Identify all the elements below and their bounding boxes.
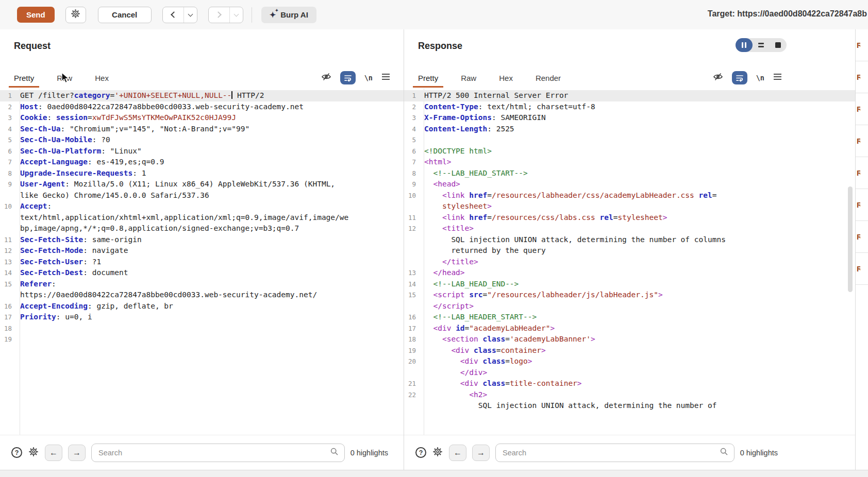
tab-pretty[interactable]: Pretty	[9, 66, 39, 89]
help-icon[interactable]: ?	[415, 447, 426, 458]
code-line[interactable]: 21 <div class=title-container>	[404, 378, 855, 389]
inspector-section[interactable]: R	[856, 61, 868, 93]
code-line[interactable]: 19	[0, 334, 404, 345]
code-line[interactable]: https://0aed00d80422ca72847a8bbe00cd0033…	[0, 289, 404, 301]
code-line[interactable]: 19 <div class=container>	[404, 345, 855, 356]
inspector-section[interactable]: R	[856, 93, 868, 125]
code-line[interactable]: </script>	[404, 301, 855, 312]
gear-icon[interactable]	[432, 446, 443, 459]
next-match-button[interactable]: →	[68, 445, 86, 461]
request-editor[interactable]: 1GET /filter?category='+UNION+SELECT+NUL…	[0, 89, 404, 435]
hidden-chars-icon[interactable]	[321, 72, 331, 84]
code-line[interactable]: 12 <title>	[404, 223, 855, 234]
code-line[interactable]: 8 <!--LAB_HEAD_START-->	[404, 168, 855, 179]
next-match-button[interactable]: →	[472, 445, 490, 461]
inspector-section[interactable]: R	[856, 29, 868, 61]
code-line[interactable]: 1HTTP/2 500 Internal Server Error	[404, 90, 855, 101]
code-line[interactable]: 8Upgrade-Insecure-Requests: 1	[0, 168, 404, 179]
code-line[interactable]: 3X-Frame-Options: SAMEORIGIN	[404, 112, 855, 124]
code-line[interactable]: 6<!DOCTYPE html>	[404, 146, 855, 157]
code-line[interactable]: 5Sec-Ch-Ua-Mobile: ?0	[0, 134, 404, 146]
code-line[interactable]: 9User-Agent: Mozilla/5.0 (X11; Linux x86…	[0, 179, 404, 190]
top-toolbar: Send Cancel ✦✦ Burp AI Target: https://0…	[0, 0, 868, 29]
code-line[interactable]: 10Accept:	[0, 201, 404, 212]
code-line[interactable]: 6Sec-Ch-Ua-Platform: "Linux"	[0, 146, 404, 157]
code-line[interactable]: stylesheet>	[404, 201, 855, 212]
tab-hex[interactable]: Hex	[494, 66, 518, 89]
rows-layout-button[interactable]	[753, 38, 770, 52]
code-line[interactable]: 13Sec-Fetch-User: ?1	[0, 257, 404, 268]
code-line[interactable]: SQL injection UNION attack, determining …	[404, 400, 855, 412]
code-line[interactable]: 5	[404, 134, 855, 146]
code-line[interactable]: 14Sec-Fetch-Dest: document	[0, 267, 404, 279]
back-button[interactable]	[163, 7, 183, 23]
code-line[interactable]: 15 <script src="/resources/labheader/js/…	[404, 289, 855, 301]
code-line[interactable]: </div>	[404, 367, 855, 379]
forward-history-dropdown[interactable]	[229, 7, 243, 23]
tab-pretty[interactable]: Pretty	[413, 66, 443, 89]
tab-hex[interactable]: Hex	[90, 66, 114, 89]
code-line[interactable]: 10 <link href=/resources/labheader/css/a…	[404, 190, 855, 201]
inspector-section[interactable]: R	[856, 221, 868, 253]
tab-render[interactable]: Render	[530, 66, 566, 89]
code-line[interactable]: 17Priority: u=0, i	[0, 312, 404, 323]
word-wrap-toggle[interactable]	[340, 71, 356, 84]
inspector-section[interactable]: R	[856, 157, 868, 189]
response-editor[interactable]: 1HTTP/2 500 Internal Server Error2Conten…	[404, 89, 855, 435]
code-line[interactable]: text/html,application/xhtml+xml,applicat…	[0, 212, 404, 224]
code-line[interactable]: 17 <div id="academyLabHeader">	[404, 323, 855, 334]
code-line[interactable]: 9 <head>	[404, 179, 855, 190]
code-line[interactable]: 22 <h2>	[404, 389, 855, 401]
send-settings-button[interactable]	[65, 7, 86, 23]
search-input[interactable]	[98, 449, 330, 457]
hidden-chars-icon[interactable]	[713, 72, 723, 84]
newline-icon[interactable]: \n	[364, 74, 373, 82]
burp-ai-button[interactable]: ✦✦ Burp AI	[261, 7, 316, 23]
menu-icon[interactable]	[773, 73, 782, 82]
code-line[interactable]: 13 </head>	[404, 267, 855, 279]
back-history-dropdown[interactable]	[183, 7, 197, 23]
prev-match-button[interactable]: ←	[449, 445, 466, 461]
search-input[interactable]	[503, 449, 720, 457]
code-line[interactable]: 16Accept-Encoding: gzip, deflate, br	[0, 301, 404, 312]
inspector-section[interactable]: R	[856, 125, 868, 157]
code-line[interactable]: 18 <section class='academyLabBanner'>	[404, 334, 855, 345]
forward-button[interactable]	[209, 7, 229, 23]
newline-icon[interactable]: \n	[756, 74, 764, 82]
line-number: 9	[0, 180, 16, 188]
inspector-section[interactable]: R	[856, 253, 868, 285]
code-line[interactable]: 4Content-Length: 2525	[404, 124, 855, 135]
cancel-button[interactable]: Cancel	[98, 7, 152, 23]
code-line[interactable]: 3Cookie: session=xwTdFJwS5MsYTKMeOwPAIK5…	[0, 112, 404, 124]
code-line[interactable]: 7Accept-Language: es-419,es;q=0.9	[0, 157, 404, 168]
code-line[interactable]: 11Sec-Fetch-Site: same-origin	[0, 234, 404, 246]
code-line[interactable]: 1GET /filter?category='+UNION+SELECT+NUL…	[0, 90, 404, 101]
send-button[interactable]: Send	[17, 7, 55, 23]
code-line[interactable]: 7<html>	[404, 157, 855, 168]
code-line[interactable]: 15Referer:	[0, 279, 404, 290]
code-line[interactable]: 16 <!--LAB_HEADER_START-->	[404, 312, 855, 323]
prev-match-button[interactable]: ←	[45, 445, 62, 461]
inspector-section-label: R	[856, 264, 860, 273]
single-layout-button[interactable]	[770, 38, 787, 52]
code-line[interactable]: 2Host: 0aed00d80422ca72847a8bbe00cd0033.…	[0, 101, 404, 113]
word-wrap-toggle[interactable]	[732, 71, 747, 84]
code-line[interactable]: 12Sec-Fetch-Mode: navigate	[0, 245, 404, 257]
menu-icon[interactable]	[381, 73, 390, 82]
code-line[interactable]: 2Content-Type: text/html; charset=utf-8	[404, 101, 855, 113]
code-line[interactable]: </title>	[404, 257, 855, 268]
gear-icon[interactable]	[28, 446, 39, 459]
code-line[interactable]: returned by the query	[404, 245, 855, 257]
inspector-section[interactable]: R	[856, 189, 868, 221]
code-line[interactable]: 14 <!--LAB_HEAD_END-->	[404, 279, 855, 290]
code-line[interactable]: 11 <link href=/resources/css/labs.css re…	[404, 212, 855, 224]
code-line[interactable]: 4Sec-Ch-Ua: "Chromium";v="145", "Not:A-B…	[0, 124, 404, 135]
code-line[interactable]: like Gecko) Chrome/145.0.0.0 Safari/537.…	[0, 190, 404, 201]
code-line[interactable]: bp,image/apng,*/*;q=0.8,application/sign…	[0, 223, 404, 234]
code-line[interactable]: 20 <div class=logo>	[404, 356, 855, 367]
help-icon[interactable]: ?	[11, 447, 22, 458]
columns-layout-button[interactable]	[736, 38, 753, 52]
tab-raw[interactable]: Raw	[456, 66, 481, 89]
code-line[interactable]: SQL injection UNION attack, determining …	[404, 234, 855, 246]
code-line[interactable]: 18	[0, 323, 404, 334]
